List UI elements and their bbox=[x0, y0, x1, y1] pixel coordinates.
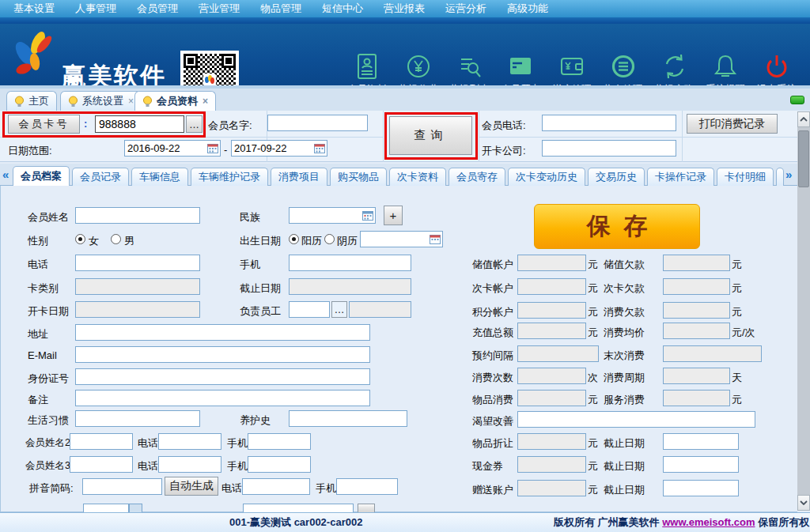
subtab-member-records[interactable]: 会员记录 bbox=[72, 168, 129, 186]
mobile-input[interactable] bbox=[289, 255, 411, 271]
birth-date-input[interactable] bbox=[360, 231, 443, 247]
search-button[interactable]: 查询 bbox=[389, 116, 472, 155]
open-company-input[interactable] bbox=[542, 140, 676, 157]
subtab-scroll-right-icon[interactable]: » bbox=[785, 168, 792, 181]
staff-name-input bbox=[349, 301, 411, 318]
save-button[interactable]: 保 存 bbox=[534, 204, 700, 249]
email-input[interactable] bbox=[75, 346, 370, 363]
gift-account-expiry-input[interactable] bbox=[663, 480, 739, 496]
member-phone-input[interactable] bbox=[542, 115, 676, 131]
subtab-member-archive[interactable]: 会员档案 bbox=[13, 166, 70, 186]
tab-label: 系统设置 bbox=[82, 94, 123, 108]
auto-generate-button[interactable]: 自动生成 bbox=[165, 477, 218, 496]
member-name-label: 会员姓名 bbox=[28, 210, 69, 224]
card-number-input[interactable] bbox=[95, 115, 184, 133]
staff-code-input[interactable] bbox=[289, 301, 330, 318]
ethnicity-label: 民族 bbox=[240, 210, 260, 224]
scrollbar-thumb[interactable] bbox=[798, 130, 809, 187]
gender-male-radio[interactable] bbox=[111, 234, 121, 244]
goods-discount-label: 物品折让 bbox=[472, 436, 513, 451]
mobile4-input[interactable] bbox=[336, 478, 398, 495]
date-to-value: 2017-09-22 bbox=[234, 142, 287, 154]
member-name-query-input[interactable] bbox=[267, 115, 368, 131]
subtab-consume-items[interactable]: 消费项目 bbox=[271, 168, 327, 186]
calendar-icon[interactable] bbox=[430, 234, 441, 244]
subtab-card-payment-detail[interactable]: 卡付明细 bbox=[717, 168, 774, 186]
subtab-purchased-goods[interactable]: 购买物品 bbox=[330, 168, 387, 186]
address-input[interactable] bbox=[75, 324, 370, 341]
care-history-input[interactable] bbox=[289, 410, 407, 427]
subtab-member-storage[interactable]: 会员寄存 bbox=[449, 168, 505, 186]
subtab-transaction-history[interactable]: 交易历史 bbox=[588, 168, 645, 186]
vertical-scrollbar[interactable] bbox=[797, 111, 810, 511]
tab-member-profile[interactable]: 会员资料 × bbox=[134, 91, 216, 111]
card-number-label-button[interactable]: 会员卡号 bbox=[8, 115, 80, 134]
menu-item-basic-settings[interactable]: 基本设置 bbox=[3, 2, 65, 16]
tab-system-settings[interactable]: 系统设置 × bbox=[60, 91, 142, 111]
print-consume-records-button[interactable]: 打印消费记录 bbox=[687, 114, 778, 134]
tab-home[interactable]: 主页 bbox=[6, 91, 57, 111]
date-from-input[interactable]: 2016-09-22 bbox=[124, 140, 221, 157]
tab-close-icon[interactable]: × bbox=[128, 96, 134, 107]
battery-indicator-icon[interactable] bbox=[790, 96, 804, 104]
goods-discount-expiry-input[interactable] bbox=[663, 433, 739, 450]
member-name-input[interactable] bbox=[75, 207, 200, 224]
menu-item-reports[interactable]: 营业报表 bbox=[373, 2, 435, 16]
desire-improve-input[interactable] bbox=[517, 411, 755, 428]
menu-item-business[interactable]: 营业管理 bbox=[188, 2, 250, 16]
menu-item-member[interactable]: 会员管理 bbox=[127, 2, 188, 16]
lunar-radio[interactable] bbox=[324, 234, 335, 244]
scroll-down-button[interactable] bbox=[797, 495, 810, 511]
copyright-link[interactable]: www.emeisoft.com bbox=[662, 516, 755, 528]
calendar-icon[interactable] bbox=[207, 143, 218, 153]
phone-input[interactable] bbox=[75, 255, 200, 271]
grid-line bbox=[383, 111, 384, 162]
cash-coupon-expiry-input[interactable] bbox=[663, 456, 739, 473]
menu-item-goods[interactable]: 物品管理 bbox=[250, 2, 312, 16]
member-name2-input[interactable] bbox=[70, 433, 133, 450]
phone4-input[interactable] bbox=[242, 478, 310, 495]
subtab-times-card-history[interactable]: 次卡变动历史 bbox=[508, 168, 585, 186]
clipped-input[interactable] bbox=[243, 504, 354, 512]
subtab-vehicle-info[interactable]: 车辆信息 bbox=[131, 168, 188, 186]
avg-consume-label: 消费均价 bbox=[604, 326, 645, 340]
picker-grid-icon[interactable] bbox=[362, 210, 373, 221]
gender-female-radio[interactable] bbox=[75, 234, 85, 244]
subtab-card-operation-log[interactable]: 卡操作记录 bbox=[647, 168, 714, 186]
consume-debt-label: 消费欠款 bbox=[604, 305, 645, 319]
menu-item-analysis[interactable]: 运营分析 bbox=[435, 2, 497, 16]
mobile4-label: 手机 bbox=[316, 481, 336, 496]
add-ethnicity-button[interactable]: + bbox=[384, 206, 403, 225]
solar-radio[interactable] bbox=[289, 234, 299, 244]
subtab-scroll-left-icon[interactable]: « bbox=[2, 168, 9, 181]
card-lookup-ellipsis-button[interactable]: … bbox=[186, 115, 202, 133]
avg-consume-input bbox=[663, 323, 730, 339]
gift-account-input bbox=[517, 480, 586, 496]
clipped-button[interactable] bbox=[358, 504, 375, 512]
calendar-icon[interactable] bbox=[314, 143, 325, 153]
phone3-input[interactable] bbox=[158, 456, 221, 473]
subtab-times-card-info[interactable]: 次卡资料 bbox=[389, 168, 446, 186]
tab-label: 会员资料 bbox=[157, 94, 198, 108]
scroll-up-button[interactable] bbox=[797, 111, 810, 127]
pinyin-code-input[interactable] bbox=[82, 478, 162, 495]
member-phone-label: 会员电话: bbox=[482, 119, 526, 133]
menu-item-advanced[interactable]: 高级功能 bbox=[497, 2, 558, 16]
clipped-dropdown[interactable] bbox=[129, 504, 142, 512]
ethnicity-input[interactable] bbox=[289, 207, 376, 224]
staff-lookup-ellipsis-button[interactable]: … bbox=[331, 301, 347, 318]
remark-input[interactable] bbox=[75, 390, 370, 406]
date-to-input[interactable]: 2017-09-22 bbox=[231, 140, 327, 157]
member-name3-input[interactable] bbox=[70, 456, 133, 473]
mobile2-input[interactable] bbox=[248, 433, 311, 450]
goods-discount-expiry-label: 截止日期 bbox=[604, 436, 645, 451]
habits-input[interactable] bbox=[75, 410, 200, 427]
phone2-input[interactable] bbox=[158, 433, 221, 450]
id-number-input[interactable] bbox=[75, 368, 370, 385]
mobile3-input[interactable] bbox=[248, 456, 311, 473]
subtab-vehicle-maintenance[interactable]: 车辆维护记录 bbox=[191, 168, 268, 186]
menu-item-hr[interactable]: 人事管理 bbox=[65, 2, 127, 16]
clipped-input[interactable] bbox=[83, 504, 129, 512]
menu-item-sms[interactable]: 短信中心 bbox=[312, 2, 373, 16]
tab-close-icon[interactable]: × bbox=[202, 96, 208, 107]
